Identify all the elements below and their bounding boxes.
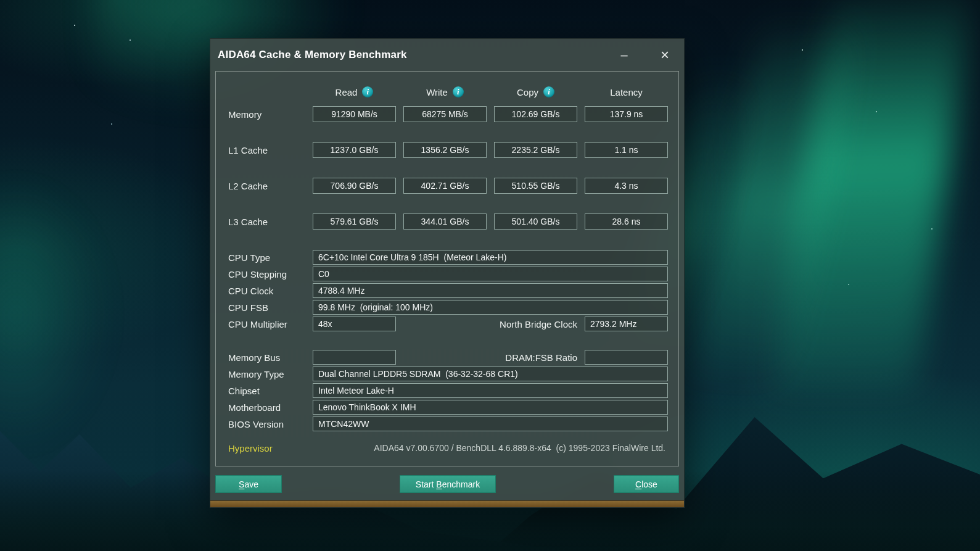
l1-read-value: 1237.0 GB/s: [313, 142, 396, 158]
dram-fsb-ratio-value: [585, 350, 668, 365]
row-label: CPU Type: [216, 252, 313, 263]
memory-type-value: Dual Channel LPDDR5 SDRAM (36-32-32-68 C…: [313, 367, 668, 381]
info-row-cpu-multiplier: CPU Multiplier 48x North Bridge Clock 27…: [216, 317, 678, 331]
info-row-bios-version: BIOS Version MTCN42WW: [216, 416, 678, 431]
info-row-cpu-stepping: CPU Stepping C0: [216, 267, 678, 281]
motherboard-value: Lenovo ThinkBook X IMH: [313, 400, 668, 415]
memory-copy-value: 102.69 GB/s: [494, 106, 577, 122]
cpu-clock-value: 4788.4 MHz: [313, 283, 668, 298]
row-label: CPU Multiplier: [216, 319, 313, 329]
row-label: CPU Stepping: [216, 269, 313, 280]
info-row-memory-type: Memory Type Dual Channel LPDDR5 SDRAM (3…: [216, 367, 678, 381]
copy-header-label: Copy: [517, 87, 538, 97]
row-label: L3 Cache: [216, 217, 313, 227]
cpu-stepping-value: C0: [313, 267, 668, 281]
hypervisor-label: Hypervisor: [216, 443, 273, 454]
l1-write-value: 1356.2 GB/s: [403, 142, 487, 158]
row-label: L2 Cache: [216, 181, 313, 191]
window-controls: – ×: [617, 49, 684, 61]
memory-read-value: 91290 MB/s: [313, 106, 396, 122]
version-text: AIDA64 v7.00.6700 / BenchDLL 4.6.889.8-x…: [273, 443, 678, 453]
info-icon[interactable]: i: [362, 86, 373, 97]
save-button[interactable]: Save: [215, 475, 282, 493]
latency-header-label: Latency: [610, 87, 643, 97]
memory-bus-value: [313, 350, 396, 365]
memory-latency-value: 137.9 ns: [585, 106, 668, 122]
close-dialog-button[interactable]: Close: [614, 475, 679, 493]
l1-copy-value: 2235.2 GB/s: [494, 142, 577, 158]
benchmark-row-l2-cache: L2 Cache 706.90 GB/s 402.71 GB/s 510.55 …: [216, 178, 678, 194]
write-header-label: Write: [426, 87, 448, 97]
button-bar: Save Start Benchmark Close: [215, 475, 679, 493]
info-row-chipset: Chipset Intel Meteor Lake-H: [216, 383, 678, 398]
column-header-write: Write i: [403, 86, 487, 97]
info-icon[interactable]: i: [543, 86, 554, 97]
info-row-memory-bus: Memory Bus DRAM:FSB Ratio: [216, 350, 678, 365]
benchmark-panel: Read i Write i Copy i Latency Memory 912…: [215, 71, 679, 466]
cpu-type-value: 6C+10c Intel Core Ultra 9 185H (Meteor L…: [313, 250, 668, 265]
l3-write-value: 344.01 GB/s: [403, 213, 487, 230]
benchmark-row-l1-cache: L1 Cache 1237.0 GB/s 1356.2 GB/s 2235.2 …: [216, 142, 678, 158]
cpu-multiplier-value: 48x: [313, 317, 396, 331]
bios-version-value: MTCN42WW: [313, 416, 668, 431]
row-label: L1 Cache: [216, 145, 313, 155]
north-bridge-clock-value: 2793.2 MHz: [585, 317, 668, 331]
row-label: Memory Bus: [216, 352, 313, 363]
info-row-cpu-clock: CPU Clock 4788.4 MHz: [216, 283, 678, 298]
aurora-glow: [0, 185, 105, 444]
aida64-benchmark-window: AIDA64 Cache & Memory Benchmark – × Read…: [210, 38, 685, 508]
start-benchmark-button[interactable]: Start Benchmark: [400, 475, 496, 493]
memory-write-value: 68275 MB/s: [403, 106, 487, 122]
aurora-streak: [776, 0, 975, 389]
row-label: Memory: [216, 109, 313, 120]
column-header-copy: Copy i: [494, 86, 577, 97]
benchmark-row-memory: Memory 91290 MB/s 68275 MB/s 102.69 GB/s…: [216, 106, 678, 122]
column-header-read: Read i: [313, 86, 396, 97]
minimize-button[interactable]: –: [617, 49, 631, 61]
window-bottom-accent: [210, 500, 684, 507]
window-title: AIDA64 Cache & Memory Benchmark: [218, 49, 407, 61]
row-label: Memory Type: [216, 369, 313, 379]
aurora-streak: [685, 19, 856, 389]
l2-latency-value: 4.3 ns: [585, 178, 668, 194]
dram-fsb-ratio-label: DRAM:FSB Ratio: [403, 352, 577, 363]
l2-read-value: 706.90 GB/s: [313, 178, 396, 194]
row-label: CPU Clock: [216, 286, 313, 296]
column-header-latency: Latency: [585, 87, 668, 97]
north-bridge-clock-label: North Bridge Clock: [403, 319, 577, 329]
l3-read-value: 579.61 GB/s: [313, 213, 396, 230]
row-label: BIOS Version: [216, 419, 313, 429]
row-label: CPU FSB: [216, 302, 313, 313]
info-icon[interactable]: i: [453, 86, 464, 97]
read-header-label: Read: [336, 87, 358, 97]
l2-copy-value: 510.55 GB/s: [494, 178, 577, 194]
window-titlebar[interactable]: AIDA64 Cache & Memory Benchmark – ×: [210, 39, 684, 71]
info-row-motherboard: Motherboard Lenovo ThinkBook X IMH: [216, 400, 678, 415]
l1-latency-value: 1.1 ns: [585, 142, 668, 158]
benchmark-row-l3-cache: L3 Cache 579.61 GB/s 344.01 GB/s 501.40 …: [216, 213, 678, 230]
row-label: Motherboard: [216, 402, 313, 413]
l3-copy-value: 501.40 GB/s: [494, 213, 577, 230]
stars: [74, 25, 75, 26]
panel-footer: Hypervisor AIDA64 v7.00.6700 / BenchDLL …: [216, 440, 678, 456]
l2-write-value: 402.71 GB/s: [403, 178, 487, 194]
info-row-cpu-fsb: CPU FSB 99.8 MHz (original: 100 MHz): [216, 300, 678, 315]
row-label: Chipset: [216, 386, 313, 396]
cpu-fsb-value: 99.8 MHz (original: 100 MHz): [313, 300, 668, 315]
close-button[interactable]: ×: [658, 49, 672, 61]
column-header-row: Read i Write i Copy i Latency: [216, 84, 678, 100]
info-row-cpu-type: CPU Type 6C+10c Intel Core Ultra 9 185H …: [216, 250, 678, 265]
chipset-value: Intel Meteor Lake-H: [313, 383, 668, 398]
l3-latency-value: 28.6 ns: [585, 213, 668, 230]
